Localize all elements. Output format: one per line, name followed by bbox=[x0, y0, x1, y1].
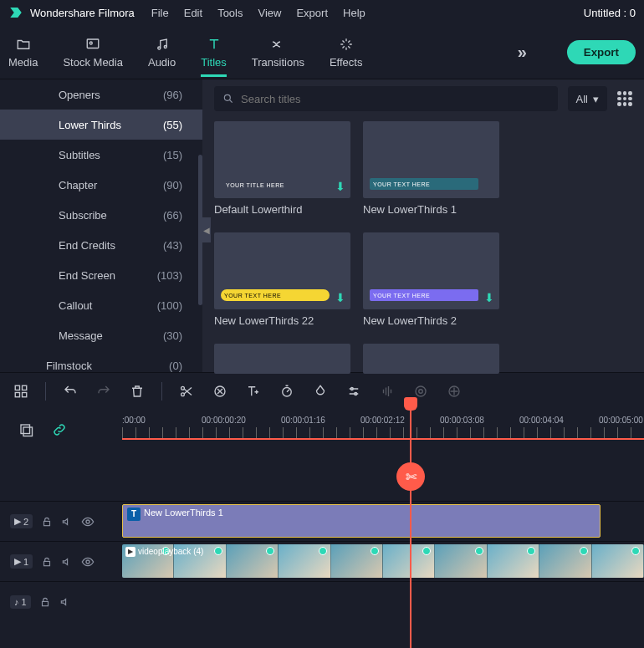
adjust-icon[interactable] bbox=[345, 382, 363, 401]
tab-stock-media[interactable]: Stock Media bbox=[63, 36, 123, 69]
tab-transitions[interactable]: Transitions bbox=[252, 36, 304, 69]
svg-point-3 bbox=[164, 45, 166, 48]
filter-dropdown[interactable]: All ▾ bbox=[568, 86, 607, 111]
menu-tools[interactable]: Tools bbox=[217, 7, 243, 19]
tab-titles[interactable]: Titles bbox=[201, 36, 227, 69]
svg-point-15 bbox=[416, 386, 426, 396]
play-icon: ▶ bbox=[125, 547, 135, 557]
track-v1-label[interactable]: ▶1 bbox=[10, 554, 33, 569]
lock-icon[interactable] bbox=[41, 516, 53, 528]
download-icon[interactable]: ⬇ bbox=[335, 291, 345, 304]
cat-lower-thirds[interactable]: Lower Thirds(55) bbox=[0, 110, 202, 140]
undo-icon[interactable] bbox=[61, 382, 79, 401]
color-icon[interactable] bbox=[311, 382, 330, 401]
menubar: File Edit Tools View Export Help bbox=[151, 7, 365, 19]
menu-edit[interactable]: Edit bbox=[184, 7, 202, 19]
cat-openers[interactable]: Openers(96) bbox=[0, 79, 202, 110]
eye-icon[interactable] bbox=[81, 555, 95, 569]
mute-icon[interactable] bbox=[61, 556, 73, 568]
cat-end-credits[interactable]: End Credits(43) bbox=[0, 230, 202, 260]
cat-subtitles[interactable]: Subtitles(15) bbox=[0, 140, 202, 170]
svg-rect-18 bbox=[21, 425, 30, 434]
thumb-partial-1[interactable] bbox=[214, 344, 350, 374]
transitions-icon bbox=[269, 36, 286, 53]
mute-icon[interactable] bbox=[61, 516, 73, 528]
eye-icon[interactable] bbox=[81, 515, 95, 528]
track-v2-label[interactable]: ▶2 bbox=[10, 514, 33, 528]
folder-icon bbox=[15, 36, 32, 53]
thumb-lowerthirds-1[interactable]: YOUR TEXT HERE New LowerThirds 1 bbox=[363, 121, 499, 216]
motion-icon bbox=[445, 382, 463, 401]
settings-icon[interactable] bbox=[12, 382, 30, 401]
lock-icon[interactable] bbox=[39, 596, 51, 608]
tab-media[interactable]: Media bbox=[8, 36, 38, 69]
playhead-handle-icon[interactable] bbox=[404, 397, 417, 411]
track-a1: ♪1 bbox=[0, 581, 644, 621]
sparkle-icon bbox=[338, 36, 355, 53]
app-logo-icon bbox=[8, 5, 23, 20]
svg-rect-8 bbox=[23, 392, 27, 396]
menu-help[interactable]: Help bbox=[343, 7, 365, 19]
svg-point-2 bbox=[157, 47, 160, 49]
thumbnail-panel: All ▾ YOUR TITLE HERE⬇ Default Lowerthir… bbox=[202, 79, 644, 372]
thumb-lowerthirds-22[interactable]: YOUR TEXT HERE⬇ New LowerThirds 22 bbox=[214, 232, 350, 327]
svg-rect-0 bbox=[87, 39, 99, 48]
tab-effects[interactable]: Effects bbox=[330, 36, 363, 69]
tag-icon[interactable] bbox=[211, 382, 229, 401]
text-add-icon[interactable] bbox=[244, 382, 263, 401]
playhead-split-icon[interactable]: ✄ bbox=[396, 462, 425, 491]
thumb-default-lowerthird[interactable]: YOUR TITLE HERE⬇ Default Lowerthird bbox=[214, 121, 350, 216]
svg-rect-19 bbox=[23, 427, 33, 436]
add-track-icon[interactable] bbox=[18, 422, 33, 437]
speed-icon[interactable] bbox=[278, 382, 296, 401]
svg-rect-22 bbox=[44, 561, 50, 565]
category-sidebar: Openers(96) Lower Thirds(55) Subtitles(1… bbox=[0, 79, 202, 372]
menu-view[interactable]: View bbox=[258, 7, 281, 19]
lock-icon[interactable] bbox=[41, 556, 53, 568]
tabs-overflow-icon[interactable]: » bbox=[518, 43, 525, 62]
panel-tabs: Media Stock Media Audio Titles Transitio… bbox=[0, 25, 644, 79]
clip-title-lowerthirds[interactable]: T New LowerThirds 1 bbox=[122, 504, 601, 538]
text-icon bbox=[206, 36, 222, 53]
thumb-partial-2[interactable] bbox=[363, 344, 499, 374]
svg-point-4 bbox=[224, 94, 230, 100]
track-v1: ▶1 ▶videoplayback (4) bbox=[0, 541, 644, 581]
grid-view-icon[interactable] bbox=[617, 91, 632, 106]
export-button[interactable]: Export bbox=[567, 40, 636, 64]
svg-point-21 bbox=[86, 520, 89, 523]
music-icon bbox=[154, 36, 171, 53]
image-icon bbox=[84, 36, 101, 53]
cat-chapter[interactable]: Chapter(90) bbox=[0, 170, 202, 200]
link-icon[interactable] bbox=[52, 422, 67, 437]
menu-file[interactable]: File bbox=[151, 7, 169, 19]
cat-subscribe[interactable]: Subscribe(66) bbox=[0, 200, 202, 230]
menu-export[interactable]: Export bbox=[296, 7, 328, 19]
svg-rect-6 bbox=[23, 385, 27, 390]
cat-end-screen[interactable]: End Screen(103) bbox=[0, 260, 202, 290]
cat-filmstock[interactable]: Filmstock(0) bbox=[0, 350, 202, 372]
audio-icon bbox=[378, 382, 396, 401]
tab-audio[interactable]: Audio bbox=[148, 36, 176, 69]
search-box[interactable] bbox=[214, 86, 558, 111]
sidebar-collapse-handle[interactable]: ◀ bbox=[202, 217, 211, 242]
split-icon[interactable] bbox=[177, 382, 196, 401]
track-a1-label[interactable]: ♪1 bbox=[10, 595, 31, 609]
title-badge-icon: T bbox=[127, 508, 141, 521]
svg-rect-7 bbox=[15, 392, 19, 396]
clip-video[interactable]: ▶videoplayback (4) bbox=[122, 544, 644, 578]
media-browser: Openers(96) Lower Thirds(55) Subtitles(1… bbox=[0, 79, 644, 372]
cat-callout[interactable]: Callout(100) bbox=[0, 290, 202, 320]
search-input[interactable] bbox=[241, 93, 549, 105]
download-icon[interactable]: ⬇ bbox=[484, 291, 494, 304]
delete-icon[interactable] bbox=[128, 382, 146, 401]
titlebar: Wondershare Filmora File Edit Tools View… bbox=[0, 0, 644, 25]
timeline-toolbar bbox=[0, 372, 644, 409]
redo-icon bbox=[95, 382, 113, 401]
mute-icon[interactable] bbox=[59, 596, 71, 608]
cat-message[interactable]: Message(30) bbox=[0, 320, 202, 350]
thumb-lowerthirds-2[interactable]: YOUR TEXT HERE⬇ New LowerThirds 2 bbox=[363, 232, 499, 327]
download-icon[interactable]: ⬇ bbox=[335, 180, 345, 193]
search-icon bbox=[222, 93, 234, 105]
time-ruler[interactable]: :00:0000:00:00:2000:00:01:1600:00:02:120… bbox=[122, 409, 644, 451]
playhead[interactable]: ✄ bbox=[410, 397, 411, 648]
